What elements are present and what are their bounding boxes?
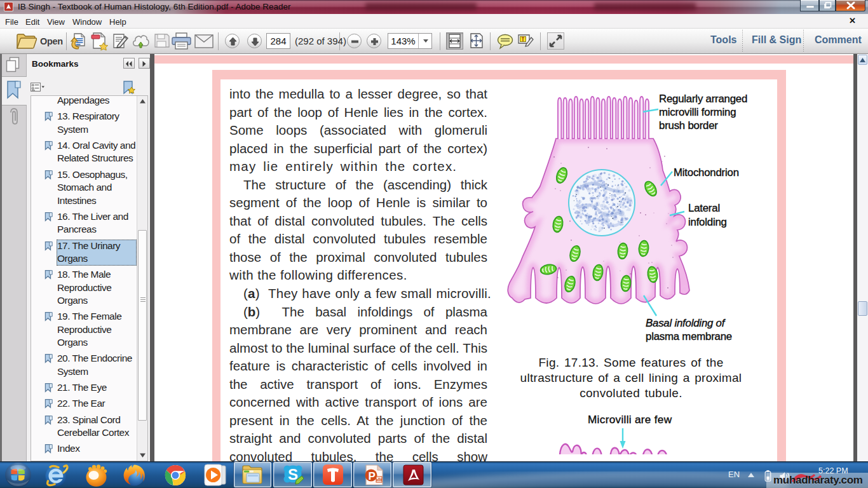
svg-text:P: P — [369, 470, 376, 482]
